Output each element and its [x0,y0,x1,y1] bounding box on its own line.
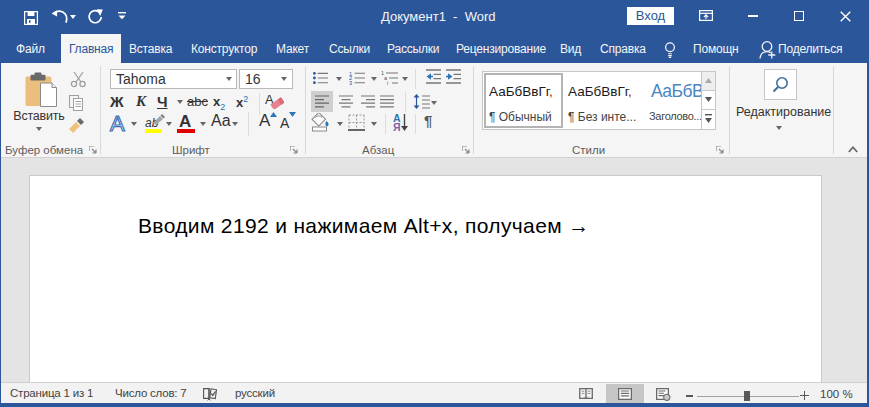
svg-text:3: 3 [349,80,352,86]
svg-text:i: i [387,80,388,86]
